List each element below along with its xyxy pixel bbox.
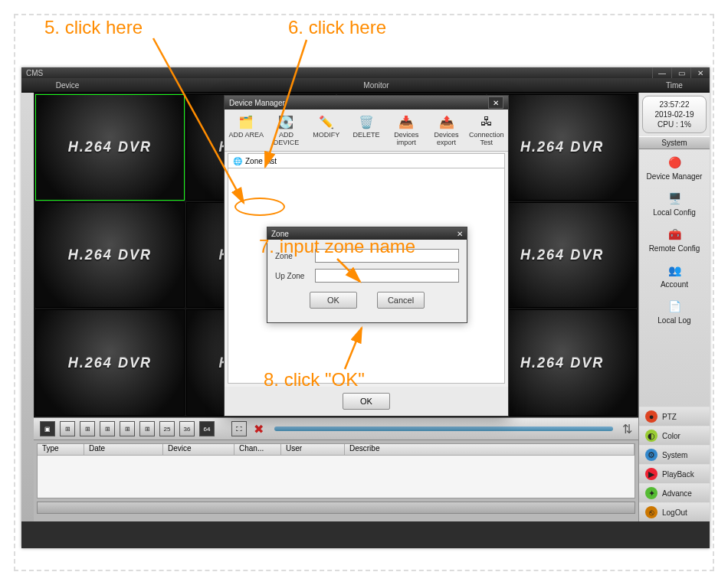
- layout-btn[interactable]: 64: [199, 421, 215, 436]
- up-zone-row: Up Zone: [275, 269, 459, 283]
- video-cell[interactable]: H.264 DVR: [487, 309, 637, 416]
- log-col: Chan...: [234, 444, 281, 455]
- left-gutter: [21, 93, 34, 521]
- rbtn-label: LogOut: [662, 508, 687, 517]
- modify-button[interactable]: ✏️MODIFY: [308, 114, 345, 146]
- zone-ok-button[interactable]: OK: [310, 292, 357, 309]
- system-title: System: [639, 136, 710, 149]
- zone-input[interactable]: [315, 249, 459, 263]
- play-icon: ▶: [645, 468, 657, 480]
- up-zone-input[interactable]: [315, 269, 459, 283]
- logout-button[interactable]: ⎋LogOut: [639, 502, 710, 521]
- device-icon: 💽: [277, 114, 295, 129]
- disconnect-btn[interactable]: ✖: [251, 422, 265, 436]
- clock-cpu: CPU : 1%: [643, 119, 706, 129]
- tree-icon: 🌐: [233, 157, 242, 165]
- tb-label: Devices import: [388, 131, 425, 146]
- layout-btn[interactable]: 36: [179, 421, 195, 436]
- export-icon: 📤: [438, 114, 456, 129]
- log-col: Date: [84, 444, 163, 455]
- trash-icon: 🗑️: [357, 114, 375, 129]
- users-icon: 👥: [666, 262, 683, 279]
- maximize-button[interactable]: ▭: [671, 67, 690, 78]
- layout-btn[interactable]: ▣: [40, 421, 55, 436]
- layout-btn[interactable]: ⊞: [120, 421, 135, 436]
- zone-close-button[interactable]: ✕: [457, 230, 463, 238]
- video-cell[interactable]: H.264 DVR: [35, 309, 185, 416]
- log-header: Type Date Device Chan... User Describe: [38, 444, 635, 456]
- log-col: Type: [38, 444, 84, 455]
- close-button[interactable]: ✕: [690, 67, 710, 78]
- dialog-close-button[interactable]: ✕: [488, 96, 503, 109]
- sys-label: Local Log: [657, 316, 690, 325]
- cell-label: H.264 DVR: [36, 139, 184, 155]
- right-panel: 23:57:22 2019-02-19 CPU : 1% System 🔴Dev…: [638, 93, 710, 521]
- import-icon: 📥: [397, 114, 415, 129]
- tb-label: Devices export: [428, 131, 464, 146]
- zone-dialog: Zone ✕ Zone Up Zone OK Cancel: [267, 227, 467, 323]
- sys-device-manager[interactable]: 🔴Device Manager: [639, 149, 710, 185]
- pencil-icon: ✏️: [317, 114, 336, 129]
- zone-list-root[interactable]: 🌐 Zone List: [228, 153, 505, 168]
- dialog-toolbar: 🗂️ADD AREA 💽ADD DEVICE ✏️MODIFY 🗑️DELETE…: [225, 109, 508, 152]
- devices-export-button[interactable]: 📤Devices export: [428, 114, 464, 146]
- devices-import-button[interactable]: 📥Devices import: [388, 114, 425, 146]
- zone-titlebar: Zone ✕: [267, 227, 467, 240]
- video-cell[interactable]: H.264 DVR: [487, 94, 637, 201]
- advance-button[interactable]: ✦Advance: [639, 483, 710, 502]
- layout-btn[interactable]: 25: [159, 421, 175, 436]
- cell-label: H.264 DVR: [36, 247, 184, 263]
- layout-toolbar: ▣ ⊞ ⊞ ⊞ ⊞ ⊞ 25 36 64 ⛶ ✖ ⇅: [34, 417, 638, 440]
- ptz-button[interactable]: ●PTZ: [639, 407, 710, 426]
- sys-label: Device Manager: [647, 172, 703, 181]
- add-area-button[interactable]: 🗂️ADD AREA: [228, 114, 264, 146]
- color-button[interactable]: ◐Color: [639, 426, 710, 445]
- video-cell[interactable]: H.264 DVR: [487, 202, 637, 309]
- header-device: Device: [21, 81, 113, 90]
- sys-local-log[interactable]: 📄Local Log: [639, 293, 710, 329]
- delete-button[interactable]: 🗑️DELETE: [348, 114, 385, 146]
- layout-btn[interactable]: ⊞: [60, 421, 75, 436]
- zone-row: Zone: [275, 249, 459, 263]
- zone-label: Zone: [275, 252, 310, 260]
- volume-slider[interactable]: [274, 426, 613, 431]
- tb-label: Connection Test: [468, 131, 505, 146]
- connection-test-button[interactable]: 🖧Connection Test: [468, 114, 505, 146]
- add-device-button[interactable]: 💽ADD DEVICE: [267, 114, 304, 146]
- video-cell[interactable]: H.264 DVR: [35, 202, 185, 309]
- cell-label: H.264 DVR: [488, 139, 636, 155]
- layout-btn[interactable]: ⊞: [139, 421, 155, 436]
- log-col: Device: [163, 444, 234, 455]
- scroll-arrows-icon[interactable]: ⇅: [622, 422, 632, 436]
- sys-remote-config[interactable]: 🧰Remote Config: [639, 221, 710, 257]
- dialog-body: Zone ✕ Zone Up Zone OK Cancel: [228, 168, 505, 384]
- up-zone-label: Up Zone: [275, 272, 310, 280]
- zone-cancel-button[interactable]: Cancel: [377, 292, 425, 309]
- minimize-button[interactable]: —: [652, 67, 671, 78]
- rbtn-label: Color: [662, 432, 680, 440]
- layout-btn[interactable]: ⊞: [80, 421, 95, 436]
- fullscreen-btn[interactable]: ⛶: [231, 421, 247, 436]
- layout-btn[interactable]: ⊞: [100, 421, 115, 436]
- system-button[interactable]: ⚙System: [639, 445, 710, 464]
- video-cell[interactable]: H.264 DVR: [35, 94, 185, 201]
- tb-label: ADD DEVICE: [267, 131, 304, 146]
- playback-button[interactable]: ▶PlayBack: [639, 464, 710, 483]
- sys-account[interactable]: 👥Account: [639, 257, 710, 293]
- dialog-title: Device Manager: [229, 99, 285, 107]
- dialog-ok-button[interactable]: OK: [343, 393, 390, 410]
- sys-local-config[interactable]: 🖥️Local Config: [639, 185, 710, 221]
- rbtn-label: PTZ: [662, 413, 677, 421]
- cell-label: H.264 DVR: [36, 355, 184, 371]
- tb-label: MODIFY: [313, 131, 339, 139]
- rbtn-label: System: [662, 451, 687, 459]
- dialog-titlebar: Device Manager ✕: [225, 96, 508, 109]
- tb-label: ADD AREA: [228, 131, 264, 139]
- document-icon: 📄: [666, 298, 683, 315]
- ptz-icon: ●: [645, 410, 657, 423]
- cell-label: H.264 DVR: [488, 355, 636, 371]
- sys-label: Remote Config: [649, 244, 700, 253]
- rbtn-label: PlayBack: [662, 470, 694, 479]
- clock-time: 23:57:22: [643, 100, 706, 109]
- log-panel: Type Date Device Chan... User Describe: [37, 443, 635, 498]
